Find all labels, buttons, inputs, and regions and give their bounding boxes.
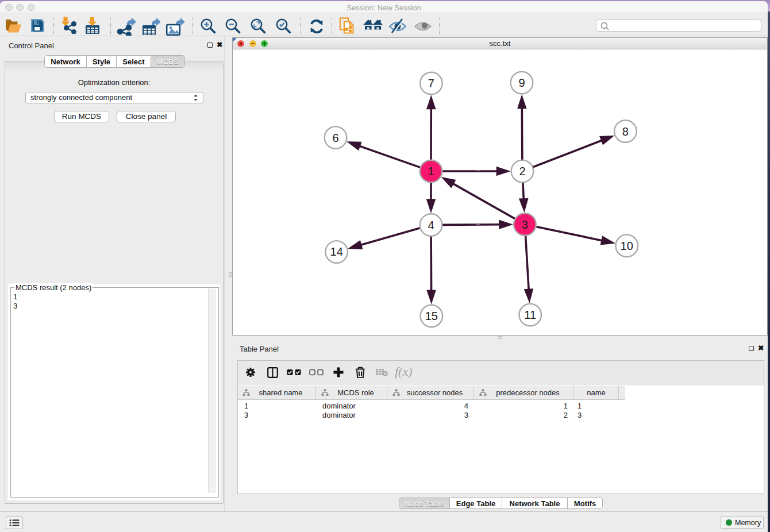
- svg-text:15: 15: [425, 310, 438, 322]
- svg-text:2: 2: [519, 165, 525, 178]
- svg-text:3: 3: [522, 218, 528, 231]
- svg-text:6: 6: [332, 132, 338, 144]
- svg-text:4: 4: [428, 219, 434, 232]
- svg-text:8: 8: [622, 125, 629, 138]
- svg-text:10: 10: [621, 240, 633, 252]
- svg-text:7: 7: [428, 77, 434, 90]
- svg-text:14: 14: [330, 245, 343, 258]
- svg-text:1: 1: [428, 165, 434, 178]
- svg-text:11: 11: [524, 309, 536, 321]
- svg-text:9: 9: [518, 76, 525, 89]
